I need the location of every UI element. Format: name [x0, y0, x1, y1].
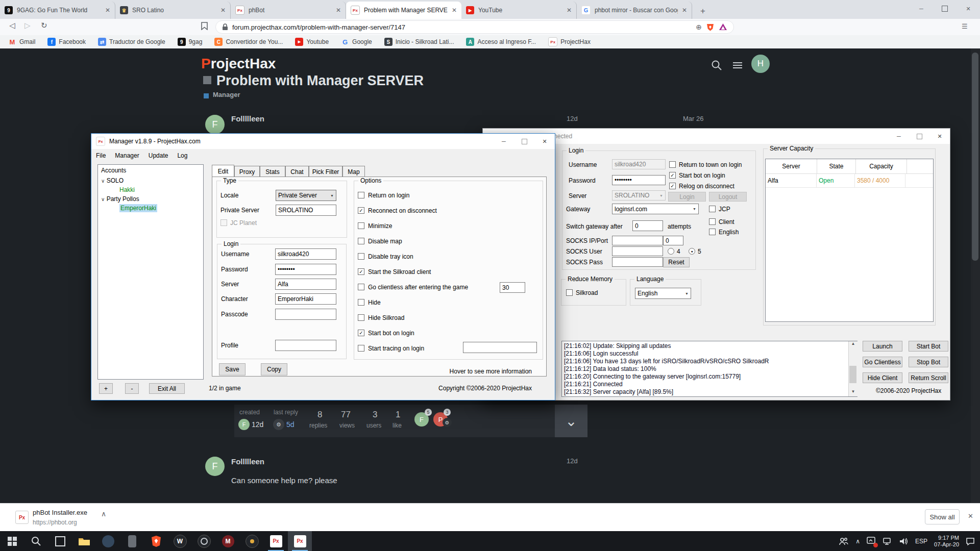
reset-button[interactable]: Reset [663, 257, 690, 267]
profile-field[interactable] [275, 340, 336, 351]
tab-close-icon[interactable]: ✕ [105, 7, 110, 14]
created-avatar[interactable]: F [238, 419, 250, 430]
browser-maximize-button[interactable] [933, 0, 957, 17]
bookmark-silkroad[interactable]: SInicio - Silkroad Lati... [384, 38, 454, 46]
socks-user-field[interactable] [612, 246, 663, 256]
download-expand-icon[interactable]: ∧ [101, 510, 106, 518]
remove-account-button[interactable]: - [125, 383, 139, 394]
expander-icon[interactable] [101, 177, 105, 184]
file-explorer-icon[interactable] [72, 531, 96, 551]
scroll-down-icon[interactable]: ▼ [849, 389, 857, 396]
hide-checkbox[interactable] [358, 299, 364, 306]
go-clientless-checkbox[interactable] [358, 284, 364, 290]
log-box[interactable]: [21:16:02] Update: Skipping all updates … [561, 341, 857, 397]
manager-titlebar[interactable]: Px Manager v1.8.9 - ProjectHax.com ─ ✕ [91, 134, 555, 149]
socks-pass-field[interactable] [612, 257, 663, 267]
tree-group-party-pollos[interactable]: Party Pollos [98, 195, 203, 203]
bookmark-9gag[interactable]: 99gag [178, 38, 203, 46]
tracing-field[interactable] [463, 342, 537, 353]
task-view-icon[interactable] [48, 531, 72, 551]
tab-close-icon[interactable]: ✕ [452, 7, 457, 14]
taskbar-app-dark-icon[interactable] [192, 531, 216, 551]
plus-circle-icon[interactable]: ⊕ [696, 23, 702, 31]
manager-username-field[interactable]: silkroad420 [275, 248, 336, 260]
bookmark-youtube[interactable]: ▶Youtube [295, 38, 329, 46]
phbot-close-button[interactable]: ✕ [929, 129, 950, 144]
character-field[interactable]: EmperorHaki [275, 293, 336, 305]
tab-edit[interactable]: Edit [212, 165, 234, 177]
return-on-login-checkbox[interactable] [358, 192, 364, 198]
page-scrollbar-thumb[interactable] [972, 53, 978, 261]
collapse-summary-button[interactable]: ⌄ [555, 405, 587, 437]
save-button[interactable]: Save [219, 363, 246, 375]
server-row[interactable]: Alfa Open 3580 / 4000 [766, 174, 933, 188]
taskbar-app-blue-icon[interactable] [96, 531, 120, 551]
passcode-field[interactable] [275, 309, 336, 320]
start-bot-on-login-checkbox[interactable]: ✓ [358, 330, 364, 336]
phbot-username-field[interactable]: silkroad420 [612, 159, 666, 169]
locale-dropdown[interactable]: Private Server [276, 190, 336, 201]
people-icon[interactable] [839, 537, 849, 546]
post-author[interactable]: Follllleen [231, 114, 264, 123]
taskbar-app-dot-icon[interactable] [240, 531, 264, 551]
reconnect-on-disconnect-checkbox[interactable]: ✓ [358, 207, 364, 214]
phbot-server-dropdown[interactable]: SROLATINO [612, 190, 666, 201]
hide-client-button[interactable]: Hide Client [863, 372, 902, 383]
last-reply-avatar-gear-icon[interactable]: ⚙ [273, 419, 284, 430]
bookmark-projecthax[interactable]: PxProjectHax [548, 37, 591, 46]
scroll-up-icon[interactable]: ▲ [849, 341, 857, 348]
disable-map-checkbox[interactable] [358, 238, 364, 244]
user-avatar[interactable]: H [751, 55, 770, 73]
search-icon[interactable] [711, 60, 722, 73]
tree-item-emperorhaki[interactable]: EmperorHaki [98, 205, 203, 212]
taskbar-app-w-icon[interactable]: W [168, 531, 192, 551]
start-silkroad-client-checkbox[interactable]: ✓ [358, 268, 364, 275]
browser-minimize-button[interactable]: ─ [910, 0, 933, 17]
tab-chat[interactable]: Chat [285, 166, 309, 177]
col-header-server[interactable]: Server [766, 159, 817, 173]
tab-youtube[interactable]: ▶ YouTube ✕ [461, 2, 577, 19]
bat-rewards-icon[interactable] [719, 23, 727, 31]
notification-center-icon[interactable] [966, 537, 975, 545]
manager-close-button[interactable]: ✕ [534, 134, 555, 149]
post-avatar[interactable]: F [205, 457, 225, 476]
relog-on-disconnect-checkbox[interactable]: ✓ [669, 183, 676, 189]
reduce-silkroad-checkbox[interactable] [566, 289, 573, 296]
post-author[interactable]: Follllleen [231, 457, 264, 466]
download-filename[interactable]: phBot Installer.exe [33, 509, 87, 516]
participant-gear-icon[interactable]: ⚙ [443, 418, 452, 427]
language-indicator[interactable]: ESP [915, 538, 927, 545]
new-tab-button[interactable]: + [695, 4, 710, 19]
bookmark-google[interactable]: GGoogle [341, 38, 372, 46]
bookmark-converter[interactable]: CConvertidor de You... [214, 38, 283, 46]
tab-sro-latino[interactable]: ♛ SRO Latino ✕ [115, 2, 231, 19]
disable-tray-icon-checkbox[interactable] [358, 253, 364, 260]
tree-group-solo[interactable]: SOLO [98, 177, 203, 184]
launch-button[interactable]: Launch [863, 341, 902, 352]
stop-bot-button[interactable]: Stop Bot [909, 357, 948, 367]
minimize-checkbox[interactable] [358, 222, 364, 229]
browser-close-button[interactable]: ✕ [957, 0, 980, 17]
accounts-tree[interactable]: Accounts SOLO Hakki Party Pollos Emperor… [97, 164, 204, 380]
manager-minimize-button[interactable]: ─ [494, 134, 514, 149]
phbot-maximize-button[interactable] [909, 129, 929, 144]
forward-icon[interactable]: ▷ [24, 21, 31, 30]
tab-google-search[interactable]: G phbot mirror - Buscar con Google ✕ [577, 2, 692, 19]
log-scrollbar-thumb[interactable] [849, 366, 856, 383]
shelf-close-icon[interactable]: ✕ [968, 512, 973, 520]
manager-server-field[interactable]: Alfa [275, 279, 336, 290]
tree-item-hakki[interactable]: Hakki [98, 186, 203, 193]
socks-ip-field[interactable] [612, 236, 663, 245]
bookmark-icon[interactable] [201, 22, 208, 32]
clock[interactable]: 9:17 PM 07-Apr-20 [934, 535, 959, 548]
copy-button[interactable]: Copy [261, 363, 287, 375]
clientless-delay-field[interactable]: 30 [500, 282, 525, 293]
network-icon[interactable] [883, 537, 892, 545]
tray-app-badge-icon[interactable] [867, 536, 876, 546]
private-server-field[interactable]: SROLATINO [276, 205, 336, 216]
start-bot-on-login-checkbox[interactable]: ✓ [669, 172, 676, 179]
add-account-button[interactable]: + [99, 383, 113, 394]
volume-icon[interactable] [899, 537, 909, 545]
bookmark-facebook[interactable]: fFacebook [47, 38, 86, 46]
tab-close-icon[interactable]: ✕ [567, 7, 572, 14]
